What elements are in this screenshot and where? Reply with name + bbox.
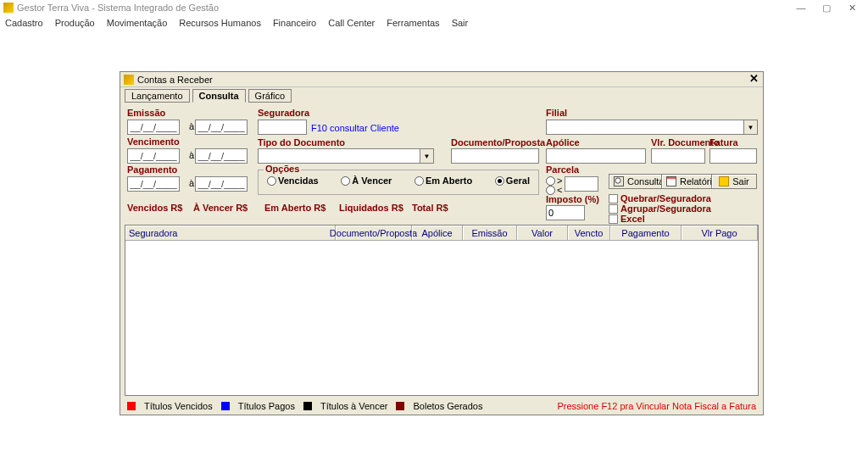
- contas-a-receber-window: Contas a Receber ✕ Lançamento Consulta G…: [120, 71, 764, 415]
- col-apolice[interactable]: Apólice: [412, 226, 463, 240]
- menu-rh[interactable]: Recursos Humanos: [179, 18, 261, 28]
- minimize-button[interactable]: —: [788, 3, 814, 13]
- col-vlr-pago[interactable]: Vlr Pago: [682, 226, 758, 240]
- tab-label: Lançamento: [131, 91, 183, 101]
- radio-a-vencer[interactable]: À Vencer: [341, 175, 392, 186]
- report-icon: [666, 176, 676, 187]
- parcela-input[interactable]: [565, 176, 598, 192]
- inner-window-icon: [124, 75, 134, 85]
- label-filial: Filial: [546, 108, 567, 118]
- menu-producao[interactable]: Produção: [55, 18, 95, 28]
- exit-icon: [719, 176, 729, 187]
- consulta-panel: Emissão à Vencimento à Pagamento à Segur…: [120, 103, 763, 413]
- app-title: Gestor Terra Viva - Sistema Integrado de…: [17, 3, 219, 13]
- label-pagamento: Pagamento: [127, 164, 177, 175]
- chk-label: Quebrar/Seguradora: [620, 193, 711, 203]
- imposto-input[interactable]: [546, 205, 585, 220]
- tab-grafico[interactable]: Gráfico: [248, 89, 292, 103]
- results-grid[interactable]: Seguradora Documento/Proposta Apólice Em…: [125, 225, 759, 396]
- menu-moviment[interactable]: Movimentação: [107, 18, 168, 28]
- close-button[interactable]: ✕: [748, 74, 760, 86]
- menu-ferramentas[interactable]: Ferramentas: [387, 18, 439, 28]
- search-icon: [614, 176, 624, 187]
- menu-callcenter[interactable]: Call Center: [328, 18, 375, 28]
- inner-titlebar: Contas a Receber ✕: [120, 72, 763, 87]
- col-seguradora[interactable]: Seguradora: [125, 226, 336, 240]
- legend-color-a-vencer: [303, 402, 312, 410]
- emissao-ate: à: [189, 121, 194, 131]
- legend-a-vencer: Títulos à Vencer: [320, 401, 388, 411]
- label-seguradora: Seguradora: [258, 108, 309, 118]
- sair-button[interactable]: Sair: [711, 174, 757, 189]
- label-doc-proposta: Documento/Proposta: [451, 137, 545, 148]
- radio-label: Vencidas: [278, 175, 319, 186]
- tipo-documento-combo[interactable]: ▼: [258, 148, 434, 164]
- radio-label: À Vencer: [352, 175, 392, 186]
- legend-pagos: Títulos Pagos: [238, 401, 295, 411]
- col-pagamento[interactable]: Pagamento: [610, 226, 682, 240]
- app-titlebar: Gestor Terra Viva - Sistema Integrado de…: [0, 0, 868, 15]
- col-doc-proposta[interactable]: Documento/Proposta: [336, 226, 412, 240]
- inner-title: Contas a Receber: [137, 75, 213, 85]
- sum-em-aberto: Em Aberto R$: [264, 203, 326, 213]
- radio-label: Geral: [506, 175, 530, 186]
- menu-sair[interactable]: Sair: [452, 18, 469, 28]
- radio-geral[interactable]: Geral: [495, 175, 530, 186]
- doc-proposta-input[interactable]: [451, 148, 539, 164]
- grid-header: Seguradora Documento/Proposta Apólice Em…: [125, 226, 758, 241]
- label-imposto: Imposto (%): [546, 194, 599, 204]
- menu-financeiro[interactable]: Financeiro: [273, 18, 316, 28]
- chk-quebrar-seguradora[interactable]: Quebrar/Seguradora: [609, 193, 711, 203]
- close-app-button[interactable]: ✕: [839, 3, 865, 14]
- tabs: Lançamento Consulta Gráfico: [120, 87, 763, 103]
- button-label: Sair: [732, 176, 749, 187]
- opcoes-group: Opções Vencidas À Vencer Em Aberto Geral: [258, 170, 539, 195]
- vencimento-ate: à: [189, 150, 194, 160]
- app-menubar: Cadastro Produção Movimentação Recursos …: [0, 15, 868, 31]
- legend-color-pagos: [221, 402, 230, 410]
- emissao-ate-input[interactable]: [195, 120, 248, 135]
- chk-label: Excel: [620, 214, 645, 224]
- chk-agrupar-seguradora[interactable]: Agrupar/Seguradora: [609, 203, 711, 214]
- legend-color-vencidos: [127, 402, 136, 410]
- tab-consulta[interactable]: Consulta: [192, 89, 246, 103]
- filial-combo[interactable]: ▼: [546, 120, 758, 135]
- col-emissao[interactable]: Emissão: [463, 226, 517, 240]
- pagamento-ate-input[interactable]: [195, 176, 248, 192]
- app-icon: [3, 3, 14, 13]
- emissao-de-input[interactable]: [127, 120, 180, 135]
- tab-label: Gráfico: [255, 91, 285, 101]
- vlr-documento-input[interactable]: [651, 148, 705, 164]
- label-parcela: Parcela: [546, 164, 579, 175]
- maximize-button[interactable]: ▢: [814, 3, 839, 14]
- legend: Títulos Vencidos Títulos Pagos Títulos à…: [127, 401, 482, 411]
- chk-excel[interactable]: Excel: [609, 214, 645, 224]
- radio-vencidas[interactable]: Vencidas: [267, 175, 319, 186]
- chevron-down-icon: ▼: [420, 149, 433, 163]
- vencimento-de-input[interactable]: [127, 148, 180, 164]
- label-fatura: Fatura: [709, 137, 738, 148]
- label-apolice: Apólice: [546, 137, 580, 148]
- chk-label: Agrupar/Seguradora: [620, 203, 711, 214]
- fatura-input[interactable]: [709, 148, 757, 164]
- radio-label: Em Aberto: [426, 175, 472, 186]
- label-tipo-doc: Tipo do Documento: [258, 137, 345, 148]
- sum-total: Total R$: [412, 203, 448, 213]
- opcoes-title: Opções: [264, 164, 301, 174]
- sum-liquidados: Liquidados R$: [339, 203, 403, 213]
- sum-a-vencer: À Vencer R$: [193, 203, 248, 213]
- pagamento-de-input[interactable]: [127, 176, 180, 192]
- col-vencto[interactable]: Vencto: [568, 226, 610, 240]
- seguradora-input[interactable]: [258, 120, 307, 135]
- f10-hint: F10 consultar Cliente: [311, 123, 399, 133]
- legend-boletos: Boletos Gerados: [413, 401, 482, 411]
- menu-cadastro[interactable]: Cadastro: [5, 18, 43, 28]
- label-emissao: Emissão: [127, 108, 165, 118]
- col-valor[interactable]: Valor: [517, 226, 568, 240]
- apolice-input[interactable]: [546, 148, 646, 164]
- tab-lancamento[interactable]: Lançamento: [125, 89, 190, 103]
- vencimento-ate-input[interactable]: [195, 148, 248, 164]
- radio-em-aberto[interactable]: Em Aberto: [415, 175, 472, 186]
- legend-color-boletos: [396, 402, 404, 410]
- sum-vencidos: Vencidos R$: [127, 203, 182, 213]
